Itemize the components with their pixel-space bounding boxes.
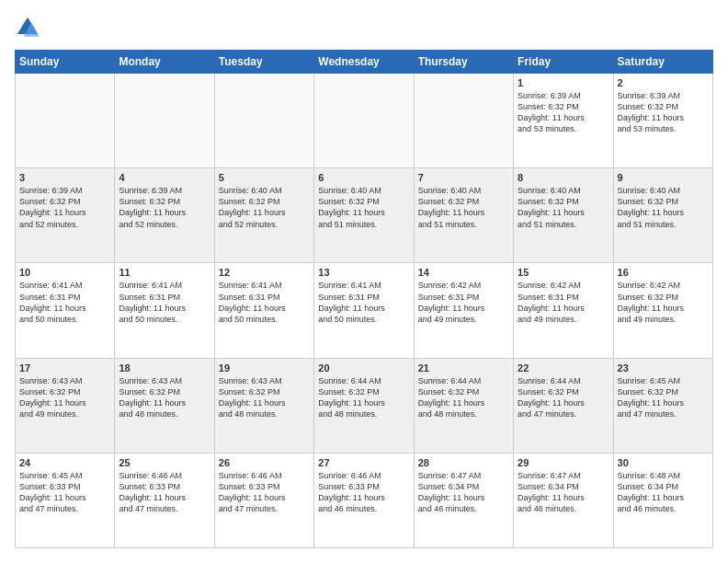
day-info: Sunrise: 6:44 AM Sunset: 6:32 PM Dayligh… [518,375,609,420]
day-info: Sunrise: 6:44 AM Sunset: 6:32 PM Dayligh… [318,375,409,420]
calendar-day [314,74,414,168]
day-info: Sunrise: 6:39 AM Sunset: 6:32 PM Dayligh… [518,90,609,135]
calendar-day: 22Sunrise: 6:44 AM Sunset: 6:32 PM Dayli… [514,358,613,453]
calendar-day: 24Sunrise: 6:45 AM Sunset: 6:33 PM Dayli… [16,453,115,547]
calendar-day: 26Sunrise: 6:46 AM Sunset: 6:33 PM Dayli… [214,453,313,547]
calendar-day: 25Sunrise: 6:46 AM Sunset: 6:33 PM Dayli… [115,453,214,547]
page: SundayMondayTuesdayWednesdayThursdayFrid… [0,0,728,563]
day-info: Sunrise: 6:47 AM Sunset: 6:34 PM Dayligh… [518,470,609,515]
day-info: Sunrise: 6:40 AM Sunset: 6:32 PM Dayligh… [618,185,709,230]
calendar-day: 4Sunrise: 6:39 AM Sunset: 6:32 PM Daylig… [115,168,214,263]
day-info: Sunrise: 6:44 AM Sunset: 6:32 PM Dayligh… [418,375,509,420]
day-info: Sunrise: 6:43 AM Sunset: 6:32 PM Dayligh… [219,375,310,420]
calendar-day: 20Sunrise: 6:44 AM Sunset: 6:32 PM Dayli… [314,358,414,453]
day-number: 21 [418,362,509,373]
calendar-header-friday: Friday [514,51,613,74]
day-number: 9 [618,172,709,183]
calendar-day: 1Sunrise: 6:39 AM Sunset: 6:32 PM Daylig… [514,74,613,168]
logo [15,15,44,40]
calendar-week-row: 1Sunrise: 6:39 AM Sunset: 6:32 PM Daylig… [16,74,713,168]
day-info: Sunrise: 6:45 AM Sunset: 6:33 PM Dayligh… [19,470,110,515]
calendar-day: 11Sunrise: 6:41 AM Sunset: 6:31 PM Dayli… [115,263,214,358]
day-info: Sunrise: 6:40 AM Sunset: 6:32 PM Dayligh… [418,185,509,230]
calendar-header-wednesday: Wednesday [314,51,414,74]
calendar-header-saturday: Saturday [613,51,712,74]
day-number: 18 [119,362,210,373]
calendar-week-row: 17Sunrise: 6:43 AM Sunset: 6:32 PM Dayli… [16,358,713,453]
day-number: 29 [518,457,609,468]
day-info: Sunrise: 6:46 AM Sunset: 6:33 PM Dayligh… [219,470,310,515]
day-number: 6 [318,172,409,183]
day-info: Sunrise: 6:43 AM Sunset: 6:32 PM Dayligh… [19,375,110,420]
day-info: Sunrise: 6:40 AM Sunset: 6:32 PM Dayligh… [219,185,310,230]
day-info: Sunrise: 6:42 AM Sunset: 6:31 PM Dayligh… [518,280,609,325]
day-number: 27 [318,457,409,468]
day-info: Sunrise: 6:46 AM Sunset: 6:33 PM Dayligh… [318,470,409,515]
day-info: Sunrise: 6:42 AM Sunset: 6:32 PM Dayligh… [618,280,709,325]
day-number: 17 [19,362,110,373]
day-number: 22 [518,362,609,373]
calendar-day: 12Sunrise: 6:41 AM Sunset: 6:31 PM Dayli… [214,263,313,358]
calendar-header-row: SundayMondayTuesdayWednesdayThursdayFrid… [16,51,713,74]
day-number: 11 [119,267,210,278]
calendar-day: 30Sunrise: 6:48 AM Sunset: 6:34 PM Dayli… [613,453,712,547]
day-info: Sunrise: 6:39 AM Sunset: 6:32 PM Dayligh… [119,185,210,230]
calendar-day: 15Sunrise: 6:42 AM Sunset: 6:31 PM Dayli… [514,263,613,358]
day-number: 3 [19,172,110,183]
day-number: 24 [19,457,110,468]
logo-icon [15,15,40,40]
calendar-day: 10Sunrise: 6:41 AM Sunset: 6:31 PM Dayli… [16,263,115,358]
calendar-header-sunday: Sunday [16,51,115,74]
calendar-day [414,74,513,168]
calendar-header-tuesday: Tuesday [214,51,313,74]
day-info: Sunrise: 6:41 AM Sunset: 6:31 PM Dayligh… [19,280,110,325]
calendar-day: 29Sunrise: 6:47 AM Sunset: 6:34 PM Dayli… [514,453,613,547]
calendar-day: 16Sunrise: 6:42 AM Sunset: 6:32 PM Dayli… [613,263,712,358]
calendar-day: 17Sunrise: 6:43 AM Sunset: 6:32 PM Dayli… [16,358,115,453]
calendar-day: 28Sunrise: 6:47 AM Sunset: 6:34 PM Dayli… [414,453,513,547]
day-info: Sunrise: 6:40 AM Sunset: 6:32 PM Dayligh… [518,185,609,230]
day-number: 25 [119,457,210,468]
calendar-day: 14Sunrise: 6:42 AM Sunset: 6:31 PM Dayli… [414,263,513,358]
calendar-day: 3Sunrise: 6:39 AM Sunset: 6:32 PM Daylig… [16,168,115,263]
day-number: 23 [618,362,709,373]
day-number: 7 [418,172,509,183]
day-info: Sunrise: 6:45 AM Sunset: 6:32 PM Dayligh… [618,375,709,420]
calendar-week-row: 10Sunrise: 6:41 AM Sunset: 6:31 PM Dayli… [16,263,713,358]
day-info: Sunrise: 6:42 AM Sunset: 6:31 PM Dayligh… [418,280,509,325]
calendar-day: 8Sunrise: 6:40 AM Sunset: 6:32 PM Daylig… [514,168,613,263]
calendar-header-thursday: Thursday [414,51,513,74]
day-number: 5 [219,172,310,183]
day-info: Sunrise: 6:39 AM Sunset: 6:32 PM Dayligh… [19,185,110,230]
calendar-day: 18Sunrise: 6:43 AM Sunset: 6:32 PM Dayli… [115,358,214,453]
calendar-day: 5Sunrise: 6:40 AM Sunset: 6:32 PM Daylig… [214,168,313,263]
day-number: 19 [219,362,310,373]
day-info: Sunrise: 6:43 AM Sunset: 6:32 PM Dayligh… [119,375,210,420]
day-info: Sunrise: 6:46 AM Sunset: 6:33 PM Dayligh… [119,470,210,515]
calendar-table: SundayMondayTuesdayWednesdayThursdayFrid… [15,50,713,548]
calendar-day: 23Sunrise: 6:45 AM Sunset: 6:32 PM Dayli… [613,358,712,453]
calendar-week-row: 24Sunrise: 6:45 AM Sunset: 6:33 PM Dayli… [16,453,713,547]
day-number: 12 [219,267,310,278]
calendar-header-monday: Monday [115,51,214,74]
day-number: 26 [219,457,310,468]
calendar-day: 2Sunrise: 6:39 AM Sunset: 6:32 PM Daylig… [613,74,712,168]
calendar-day: 6Sunrise: 6:40 AM Sunset: 6:32 PM Daylig… [314,168,414,263]
day-number: 15 [518,267,609,278]
day-info: Sunrise: 6:47 AM Sunset: 6:34 PM Dayligh… [418,470,509,515]
calendar-day: 9Sunrise: 6:40 AM Sunset: 6:32 PM Daylig… [613,168,712,263]
calendar-day: 13Sunrise: 6:41 AM Sunset: 6:31 PM Dayli… [314,263,414,358]
calendar-week-row: 3Sunrise: 6:39 AM Sunset: 6:32 PM Daylig… [16,168,713,263]
day-number: 10 [19,267,110,278]
calendar-day [115,74,214,168]
day-info: Sunrise: 6:41 AM Sunset: 6:31 PM Dayligh… [219,280,310,325]
day-number: 30 [618,457,709,468]
day-info: Sunrise: 6:40 AM Sunset: 6:32 PM Dayligh… [318,185,409,230]
day-number: 4 [119,172,210,183]
calendar-day: 19Sunrise: 6:43 AM Sunset: 6:32 PM Dayli… [214,358,313,453]
day-number: 2 [618,77,709,88]
header [15,15,713,40]
day-number: 20 [318,362,409,373]
calendar-day: 7Sunrise: 6:40 AM Sunset: 6:32 PM Daylig… [414,168,513,263]
day-number: 1 [518,77,609,88]
